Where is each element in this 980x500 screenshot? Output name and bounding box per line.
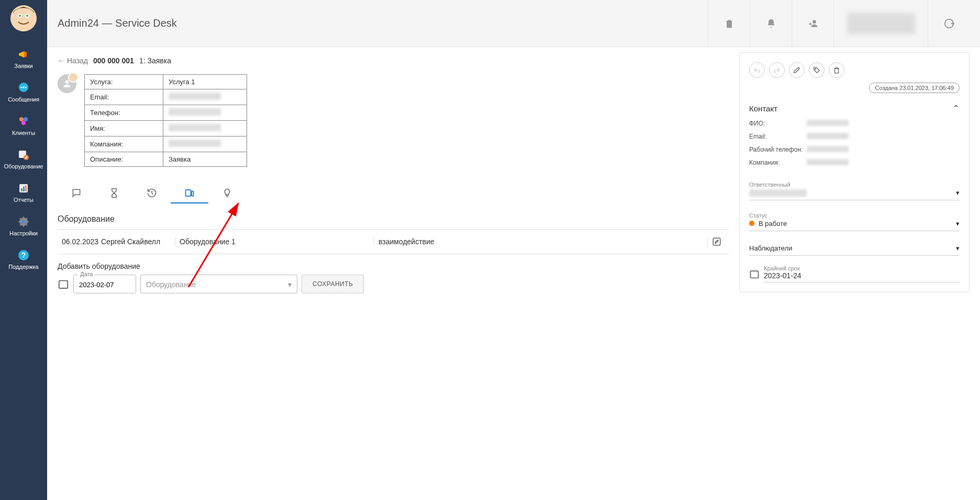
deadline-field[interactable]: Крайний срок 2023-01-24 (764, 265, 960, 282)
logout-button[interactable] (928, 0, 970, 47)
sidebar-label: Поддержка (8, 264, 38, 270)
info-label: Email: (85, 89, 163, 105)
chevron-up-icon: ⌃ (953, 104, 960, 113)
tab-ideas[interactable] (208, 183, 246, 203)
svg-point-10 (24, 117, 28, 121)
equip-date: 06.02.2023 (58, 237, 97, 246)
sidebar-label: Отчеты (14, 197, 34, 203)
people-icon (17, 115, 30, 128)
equip-type: взаимодействие (374, 237, 708, 246)
megaphone-icon (17, 48, 30, 61)
contact-heading[interactable]: Контакт ⌃ (749, 99, 960, 117)
contact-row: Компания: (749, 156, 960, 169)
info-value (163, 89, 247, 105)
sidebar-item-equipment[interactable]: Оборудование (0, 142, 47, 176)
calendar-icon[interactable] (58, 278, 69, 290)
topbar: Admin24 — Service Desk (47, 0, 980, 47)
app-avatar[interactable] (10, 5, 37, 31)
svg-rect-15 (21, 188, 23, 191)
svg-point-8 (25, 87, 27, 88)
ticket-title: 1: Заявка (139, 56, 171, 65)
contact-row: Email: (749, 130, 960, 143)
sidebar-label: Настройки (9, 230, 38, 236)
svg-point-22 (812, 20, 816, 24)
add-equipment-label: Добавить оборудование (58, 262, 729, 270)
sidebar-item-settings[interactable]: Настройки (0, 209, 47, 243)
contact-row: ФИО: (749, 117, 960, 130)
date-input[interactable] (79, 281, 130, 289)
ticket-id: 000 000 001 (93, 56, 134, 65)
svg-point-9 (19, 117, 24, 121)
date-label: Дата (78, 271, 95, 277)
svg-rect-28 (713, 238, 720, 245)
app-title: Admin24 — Service Desk (58, 17, 708, 29)
info-label: Услуга: (85, 75, 163, 89)
breadcrumb: ← Назад 000 000 001 1: Заявка (58, 52, 729, 69)
svg-point-30 (815, 69, 816, 70)
sidebar-item-messages[interactable]: Сообщения (0, 75, 47, 109)
contact-row: Рабочий телефон: (749, 143, 960, 156)
sidebar-item-reports[interactable]: Отчеты (0, 176, 47, 209)
sidebar-label: Оборудование (4, 163, 43, 169)
chevron-down-icon: ▾ (288, 280, 292, 289)
svg-rect-25 (186, 190, 191, 196)
save-button[interactable]: СОХРАНИТЬ (302, 275, 364, 293)
chevron-down-icon: ▾ (956, 189, 960, 197)
equip-edit-button[interactable] (708, 237, 729, 246)
equip-name: Оборудование 1 (175, 237, 374, 246)
side-panel: Создана 23.01.2023, 17:06:49 Контакт ⌃ Ф… (739, 52, 970, 292)
svg-rect-17 (25, 186, 27, 191)
responsible-field[interactable]: Ответственный ▾ (749, 177, 960, 200)
svg-point-19 (22, 220, 25, 223)
sidebar-item-tickets[interactable]: Заявки (0, 42, 47, 75)
svg-rect-16 (23, 187, 25, 191)
info-value (163, 137, 247, 152)
svg-point-3 (19, 15, 21, 17)
settings-icon (17, 215, 30, 228)
calendar-icon[interactable] (749, 269, 760, 279)
tab-comments[interactable] (58, 183, 95, 203)
info-value: Услуга 1 (163, 75, 247, 89)
add-user-button[interactable] (792, 0, 833, 47)
reports-icon (17, 182, 30, 195)
chevron-down-icon: ▾ (956, 220, 960, 228)
info-value (163, 121, 247, 137)
date-field[interactable]: Дата (73, 275, 136, 293)
svg-point-7 (23, 87, 25, 88)
tab-equipment[interactable] (171, 183, 208, 203)
svg-point-4 (26, 15, 28, 17)
svg-point-11 (21, 121, 26, 125)
sidebar-label: Заявки (14, 63, 33, 69)
notifications-button[interactable] (750, 0, 792, 47)
info-table: Услуга:Услуга 1Email:Телефон:Имя:Компани… (84, 74, 247, 167)
edit-button[interactable] (789, 62, 805, 78)
status-field[interactable]: Статус В работе▾ (749, 208, 960, 231)
svg-rect-31 (751, 271, 759, 278)
sidebar-item-support[interactable]: ? Поддержка (0, 243, 47, 276)
delete-button[interactable] (708, 0, 750, 47)
sidebar-label: Клиенты (12, 130, 35, 136)
tab-history[interactable] (133, 183, 171, 203)
svg-point-0 (10, 5, 37, 31)
observers-field[interactable]: Наблюдатели▾ (749, 239, 960, 256)
equipment-icon (17, 149, 30, 161)
section-title: Оборудование (58, 214, 729, 224)
select-placeholder: Оборудование (146, 280, 196, 289)
back-link[interactable]: ← Назад (58, 56, 88, 65)
chevron-down-icon: ▾ (956, 244, 960, 252)
user-menu[interactable] (833, 0, 928, 47)
status-dot (749, 221, 754, 226)
equipment-select[interactable]: Оборудование ▾ (140, 275, 297, 293)
info-label: Описание: (85, 152, 163, 167)
info-label: Компания: (85, 137, 163, 152)
prev-button (749, 62, 765, 78)
panel-delete-button[interactable] (829, 62, 844, 78)
svg-point-24 (65, 80, 69, 84)
tag-button[interactable] (809, 62, 825, 78)
tab-time[interactable] (95, 183, 133, 203)
created-badge: Создана 23.01.2023, 17:06:49 (869, 83, 960, 93)
tabs (58, 183, 729, 204)
sidebar-item-clients[interactable]: Клиенты (0, 109, 47, 142)
chat-icon (17, 82, 30, 94)
svg-rect-26 (192, 191, 193, 196)
